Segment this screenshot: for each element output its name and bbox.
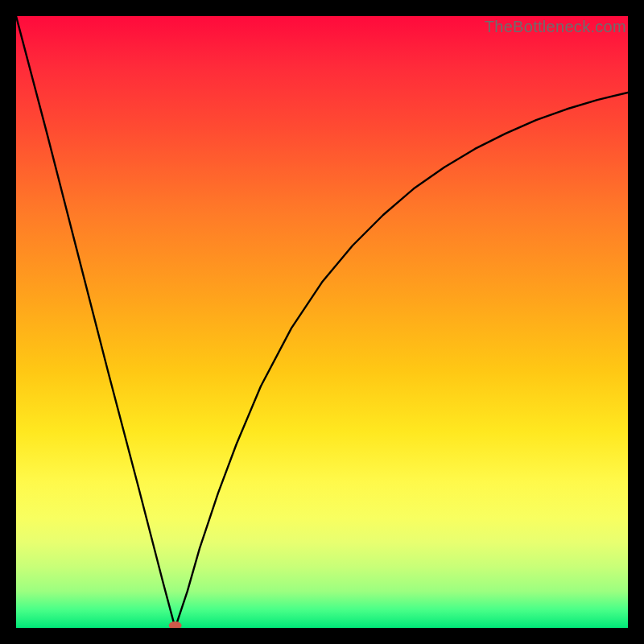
chart-frame: TheBottleneck.com bbox=[0, 0, 644, 644]
bottleneck-curve bbox=[16, 16, 628, 628]
plot-area bbox=[16, 16, 628, 628]
credit-text: TheBottleneck.com bbox=[485, 18, 626, 36]
curve-overlay bbox=[16, 16, 628, 628]
minimum-marker bbox=[169, 621, 182, 628]
